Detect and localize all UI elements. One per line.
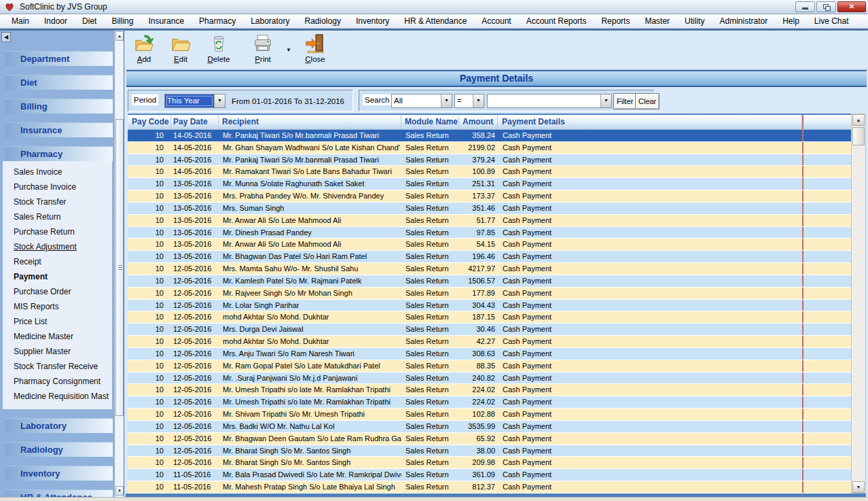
menu-item-help[interactable]: Help [775,14,807,29]
delete-button[interactable]: Delete [200,33,237,67]
search-value-combo[interactable]: ▼ [487,94,612,108]
sidebar-section-radiology[interactable]: Radiology [5,442,113,457]
sidebar-scrollbar-thumb[interactable] [115,119,124,416]
table-row[interactable]: 1013-05-2016Mr. Dinesh Prasad PandeySale… [128,227,851,239]
menu-item-insurance[interactable]: Insurance [141,14,192,29]
print-button[interactable]: Print [245,33,281,67]
table-row[interactable]: 1013-05-2016Mr. Munna S/olate Raghunath … [128,178,851,190]
table-row[interactable]: 1013-05-2016Mr. Bhagwan Das Patel S/o Ha… [128,251,851,263]
column-header-amount[interactable]: Amount [459,115,498,129]
menu-item-reports[interactable]: Reports [594,14,637,29]
sidebar-section-pharmacy[interactable]: Pharmacy [5,146,113,161]
close-window-button[interactable]: ✕ [837,1,866,12]
clear-button[interactable]: Clear [635,93,659,109]
menu-item-laboratory[interactable]: Laboratory [243,14,297,29]
table-row[interactable]: 1012-05-2016Mr. Umesh Tripathi s/o late … [128,396,851,409]
operator-select[interactable]: = ▼ [454,94,484,108]
table-row[interactable]: 1012-05-2016Mrs. Durga Devi JaiswalSales… [128,324,851,336]
print-dropdown-button[interactable]: ▼ [286,47,291,53]
table-row[interactable]: 1012-05-2016Mr. .Suraj Panjwani S/o Mr.j… [128,373,851,385]
sidebar-section-laboratory[interactable]: Laboratory [5,418,113,433]
sidebar-item-purchase-order[interactable]: Purchase Order [3,284,112,299]
table-scroll-up-button[interactable]: ▲ [852,114,865,126]
chevron-down-icon[interactable]: ▼ [214,94,225,107]
menu-item-utility[interactable]: Utility [677,14,712,29]
sidebar-scroll-up-button[interactable]: ▲ [115,31,124,41]
table-scrollbar[interactable]: ▲ ▼ [851,114,866,494]
table-row[interactable]: 1012-05-2016Mrs. Badki W/O Mr. Nathu Lal… [128,421,851,433]
menu-item-indoor[interactable]: Indoor [37,14,75,29]
table-row[interactable]: 1012-05-2016mohd Akhtar S/o Mohd. Dukhta… [128,336,851,348]
table-row[interactable]: 1012-05-2016Mr. Bharat Singh S/o Mr. San… [128,445,851,457]
sidebar-item-receipt[interactable]: Receipt [3,254,112,269]
menu-item-account[interactable]: Account [474,14,518,29]
table-row[interactable]: 1013-05-2016Mr. Anwar Ali S/o Late Mahmo… [128,239,851,251]
sidebar-section-insurance[interactable]: Insurance [5,122,113,137]
sidebar-section-department[interactable]: Department [5,51,113,66]
table-row[interactable]: 1012-05-2016Mrs. Mamta Sahu W/o- Mr. Shu… [128,263,851,275]
sidebar-item-purchase-invoice[interactable]: Purchase Invoice [3,179,112,194]
restore-button[interactable] [816,1,836,12]
sidebar-scroll-down-button[interactable]: ▼ [115,486,124,496]
table-row[interactable]: 1012-05-2016mohd Akhtar S/o Mohd. Dukhta… [128,311,851,324]
period-select[interactable]: This Year ▼ [164,94,225,108]
table-row[interactable]: 1012-05-2016Mr. Bhagwan Deen Gautam S/o … [128,433,851,445]
sidebar-item-mis-reports[interactable]: MIS Reports [3,299,112,314]
filter-button[interactable]: Filter [613,93,636,109]
sidebar-item-sales-invoice[interactable]: Sales Invoice [3,165,112,179]
sidebar-section-billing[interactable]: Billing [5,99,113,114]
table-row[interactable]: 1013-05-2016Mr. Anwar Ali S/o Late Mahmo… [128,215,851,227]
table-row[interactable]: 1014-05-2016Mr. Ghan Shayam Wadhwani S/o… [128,142,851,154]
menu-item-pharmacy[interactable]: Pharmacy [192,14,243,29]
add-button[interactable]: Add [127,33,161,67]
menu-item-radiology[interactable]: Radiology [297,14,348,29]
sidebar-item-sales-return[interactable]: Sales Return [3,209,112,224]
close-button[interactable]: Close [298,33,332,67]
table-scrollbar-thumb[interactable] [852,127,865,145]
table-row[interactable]: 1012-05-2016Mr. Kamlesh Patel S/o Mr. Ra… [128,275,851,288]
sidebar-scrollbar[interactable]: ▲ ▼ [114,31,124,497]
search-field-select[interactable]: All ▼ [391,94,452,108]
menu-item-master[interactable]: Master [637,14,677,29]
table-row[interactable]: 1013-05-2016Mrs. Prabha Pandey W/o. Mr. … [128,190,851,203]
sidebar-collapse-button[interactable]: ◀ [1,32,11,42]
table-row[interactable]: 1012-05-2016Mr. Shivam Tripathi S/o Mr. … [128,409,851,421]
sidebar-section-diet[interactable]: Diet [5,75,113,90]
table-row[interactable]: 1011-05-2016Mr. Bala Prasad Dwivedi S/o … [128,469,851,481]
table-scroll-down-button[interactable]: ▼ [852,481,865,493]
sidebar-item-pharmacy-consignment[interactable]: Pharmacy Consignment [3,374,112,389]
sidebar-item-stock-adjustment[interactable]: Stock Adjustment [3,239,112,254]
table-row[interactable]: 1014-05-2016Mr. Ramakant Tiwari S/o Late… [128,166,851,178]
sidebar-item-medicine-requisition-mast[interactable]: Medicine Requisition Mast [3,389,112,404]
chevron-down-icon[interactable]: ▼ [441,94,452,107]
table-row[interactable]: 1012-05-2016Mr. Rajveer Singh S/o Mr Moh… [128,288,851,300]
menu-item-account-reports[interactable]: Account Reports [519,14,594,29]
sidebar-section-inventory[interactable]: Inventory [5,466,113,481]
table-row[interactable]: 1013-05-2016Mrs. Suman SinghSales Return… [128,203,851,215]
table-row[interactable]: 1012-05-2016Mr. Ram Gopal Patel S/o Late… [128,360,851,373]
table-row[interactable]: 1012-05-2016Mr. Bharat Singh S/o Mr. San… [128,457,851,469]
sidebar-item-price-list[interactable]: Price List [3,314,112,329]
column-header-pay-code[interactable]: Pay Code [128,115,171,129]
chevron-down-icon[interactable]: ▼ [473,94,484,107]
table-row[interactable]: 1014-05-2016Mr. Pankaj Tiwari S/o Mr.ban… [128,130,851,142]
column-header-module-name[interactable]: Module Name [401,115,459,129]
sidebar-item-supplier-master[interactable]: Supplier Master [3,344,112,359]
column-header-pay-date[interactable]: Pay Date [171,115,219,129]
column-header-recipient[interactable]: Recipient [219,115,401,129]
sidebar-item-purchase-return[interactable]: Purchase Return [3,224,112,239]
sidebar-item-stock-transfer-receive[interactable]: Stock Transfer Receive [3,359,112,374]
table-row[interactable]: 1012-05-2016Mr. Lolar Singh PariharSales… [128,300,851,312]
chevron-down-icon[interactable]: ▼ [600,94,611,107]
menu-item-main[interactable]: Main [4,14,37,29]
edit-button[interactable]: Edit [164,33,198,67]
table-row[interactable]: 1012-05-2016Mr. Umesh Tripathi s/o late … [128,384,851,396]
menu-item-diet[interactable]: Diet [75,14,104,29]
menu-item-live-chat[interactable]: Live Chat [807,14,856,29]
minimize-button[interactable] [795,1,815,12]
menu-item-administrator[interactable]: Administrator [712,14,775,29]
sidebar-item-medicine-master[interactable]: Medicine Master [3,329,112,344]
menu-item-billing[interactable]: Billing [104,14,141,29]
sidebar-item-stock-transfer[interactable]: Stock Transfer [3,194,112,209]
table-row[interactable]: 1012-05-2016Mrs. Anju Tiwari S/o Ram Nar… [128,348,851,360]
